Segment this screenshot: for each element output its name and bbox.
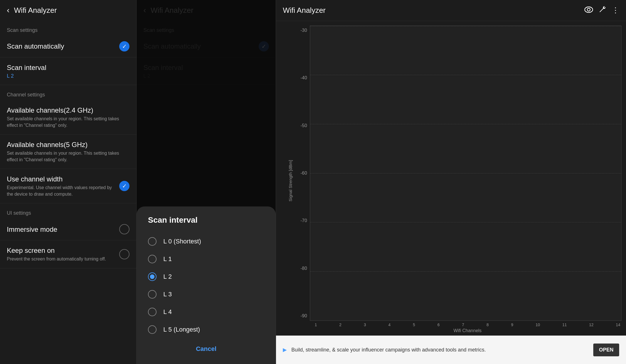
keep-screen-title: Keep screen on [7, 246, 119, 255]
scan-interval-item[interactable]: Scan interval L 2 [0, 57, 136, 85]
y-label-40: -40 [300, 75, 307, 80]
keep-screen-checkbox[interactable] [119, 249, 129, 259]
eye-icon[interactable] [584, 6, 593, 15]
y-label-70: -70 [300, 218, 307, 223]
scan-interval-title: Scan interval [7, 63, 129, 72]
x-label-5: 5 [413, 322, 415, 327]
x-axis-title: Wifi Channels [300, 327, 621, 336]
grid-line-70 [310, 222, 621, 222]
radio-l4-label: L 4 [163, 308, 172, 316]
grid-line-90 [310, 320, 621, 321]
y-axis-area: Signal Strength [dBm] [281, 26, 300, 336]
x-label-4: 4 [388, 322, 391, 327]
keep-screen-desc: Prevent the screen from automatically tu… [7, 256, 119, 262]
channel-width-content: Use channel width Experimental. Use chan… [7, 175, 119, 197]
ui-settings-label: UI settings [0, 203, 136, 218]
radio-l1-outer [148, 255, 156, 263]
grid-line-80 [310, 271, 621, 272]
radio-l2-inner [150, 274, 155, 279]
wrench-icon[interactable] [599, 6, 606, 15]
x-label-1: 1 [315, 322, 317, 327]
back-button-p1[interactable]: ‹ [7, 6, 9, 15]
cancel-button[interactable]: Cancel [148, 338, 264, 355]
channels-24-title: Available channels(2.4 GHz) [7, 106, 129, 115]
x-label-8: 8 [487, 322, 489, 327]
panel3-header: Wifi Analyzer ⋮ [276, 0, 626, 21]
radio-l1-label: L 1 [163, 255, 172, 263]
grid-line-60 [310, 173, 621, 173]
immersive-mode-item[interactable]: Immersive mode [0, 218, 136, 240]
x-labels: 1 2 3 4 5 6 7 8 9 10 11 12 14 [314, 322, 621, 327]
y-label-80: -80 [300, 266, 307, 271]
radio-l2-outer [148, 272, 156, 281]
x-label-3: 3 [364, 322, 366, 327]
wifi-chart-container: Signal Strength [dBm] -30 -40 -50 -60 -7… [276, 21, 626, 336]
panel1-title: Wifi Analyzer [14, 6, 57, 15]
channel-width-title: Use channel width [7, 175, 119, 183]
radio-l2-label: L 2 [163, 273, 172, 280]
channels-5-content: Available channels(5 GHz) Set available … [7, 140, 129, 163]
radio-l0[interactable]: L 0 (Shortest) [148, 233, 264, 250]
y-axis-title: Signal Strength [dBm] [288, 160, 293, 201]
chart-plot-area [310, 26, 621, 321]
radio-l1[interactable]: L 1 [148, 250, 264, 268]
x-label-7: 7 [462, 322, 464, 327]
y-label-90: -90 [300, 313, 307, 318]
keep-screen-on-item[interactable]: Keep screen on Prevent the screen from a… [0, 240, 136, 268]
scan-auto-content: Scan automatically [7, 42, 119, 51]
more-options-icon[interactable]: ⋮ [612, 6, 619, 15]
keep-screen-content: Keep screen on Prevent the screen from a… [7, 246, 119, 262]
radio-l2[interactable]: L 2 [148, 268, 264, 286]
scan-auto-checkbox[interactable]: ✓ [119, 41, 129, 51]
scan-interval-value: L 2 [7, 73, 129, 79]
available-channels-24-item[interactable]: Available channels(2.4 GHz) Set availabl… [0, 100, 136, 135]
immersive-title: Immersive mode [7, 225, 119, 234]
radio-l3-outer [148, 290, 156, 299]
radio-l3[interactable]: L 3 [148, 286, 264, 303]
radio-l5[interactable]: L 5 (Longest) [148, 321, 264, 338]
radio-l3-label: L 3 [163, 291, 172, 298]
channels-24-content: Available channels(2.4 GHz) Set availabl… [7, 106, 129, 129]
scan-automatically-item[interactable]: Scan automatically ✓ [0, 36, 136, 57]
chart-y-and-plot: -30 -40 -50 -60 -70 -80 -90 [300, 26, 621, 336]
grid-line-30 [310, 26, 621, 26]
header-icons: ⋮ [584, 6, 619, 15]
scan-interval-content: Scan interval L 2 [7, 63, 129, 79]
y-label-50: -50 [300, 123, 307, 128]
chart-grid [310, 26, 621, 320]
scan-interval-dialog: Scan interval L 0 (Shortest) L 1 L 2 L 3… [137, 206, 276, 364]
available-channels-5-item[interactable]: Available channels(5 GHz) Set available … [0, 135, 136, 169]
channels-24-desc: Set available channels in your region. T… [7, 116, 129, 129]
scan-auto-title: Scan automatically [7, 42, 119, 51]
x-label-10: 10 [536, 322, 540, 327]
channel-settings-label: Channel settings [0, 85, 136, 100]
grid-line-50 [310, 124, 621, 124]
immersive-checkbox[interactable] [119, 224, 129, 234]
use-channel-width-item[interactable]: Use channel width Experimental. Use chan… [0, 169, 136, 203]
wifi-chart-panel: Wifi Analyzer ⋮ Signal Streng [276, 0, 626, 364]
radio-l4[interactable]: L 4 [148, 303, 264, 321]
radio-l5-label: L 5 (Longest) [163, 326, 200, 333]
panel3-title: Wifi Analyzer [283, 6, 326, 15]
channel-width-desc: Experimental. Use channel width values r… [7, 185, 119, 197]
channel-width-checkbox[interactable]: ✓ [119, 181, 129, 191]
settings-panel-1: ‹ Wifi Analyzer Scan settings Scan autom… [0, 0, 137, 364]
svg-point-0 [585, 7, 593, 13]
ad-text: Build, streamline, & scale your influenc… [291, 346, 589, 354]
radio-l5-outer [148, 325, 156, 334]
x-label-11: 11 [562, 322, 567, 327]
ad-icon: ▶ [283, 347, 287, 353]
radio-l0-outer [148, 237, 156, 246]
x-labels-row: 1 2 3 4 5 6 7 8 9 10 11 12 14 [300, 322, 621, 327]
chart-inner: Signal Strength [dBm] -30 -40 -50 -60 -7… [281, 26, 621, 336]
x-label-9: 9 [511, 322, 513, 327]
channels-5-desc: Set available channels in your region. T… [7, 150, 129, 163]
check-icon: ✓ [122, 43, 127, 50]
settings-panel-2: ‹ Wifi Analyzer Scan settings Scan autom… [137, 0, 276, 364]
immersive-content: Immersive mode [7, 225, 119, 234]
ad-open-button[interactable]: OPEN [593, 344, 619, 356]
radio-l0-label: L 0 (Shortest) [163, 238, 201, 245]
grid-line-40 [310, 75, 621, 75]
scan-settings-label: Scan settings [0, 20, 136, 36]
check-icon-2: ✓ [122, 183, 127, 189]
